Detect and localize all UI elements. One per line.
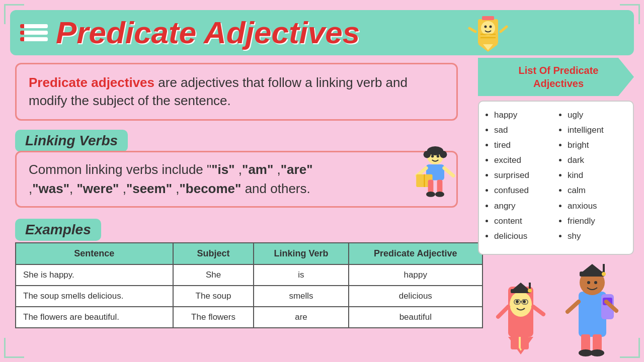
list-column-1: happysadtiredexcitedsurprisedconfusedang… [485,110,553,246]
svg-point-38 [528,289,532,293]
page-title: Predicate Adjectives [56,17,360,48]
list-title-line1: List Of Predicate [519,65,599,76]
table-header-linking-verb: Linking Verb [254,243,348,264]
svg-point-1 [481,21,495,35]
list-item: kind [568,170,627,181]
svg-rect-55 [581,334,590,352]
svg-rect-42 [521,334,529,349]
list-item: happy [494,110,553,121]
svg-point-29 [510,292,532,317]
list-item: angry [494,201,553,212]
list-item: content [494,216,553,227]
adjectives-list-col1: happysadtiredexcitedsurprisedconfusedang… [485,110,553,242]
list-item: intelligent [568,125,627,136]
list-item: bright [568,140,627,151]
svg-marker-46 [580,264,605,274]
svg-point-2 [485,26,487,28]
graduation-characters [493,256,634,357]
header-banner: Predicate Adjectives [10,10,634,55]
table-cell: delicious [349,286,482,307]
svg-point-14 [440,151,447,158]
table-cell: The flowers [173,307,254,328]
list-item: delicious [494,231,553,242]
list-item: confused [494,185,553,196]
svg-point-16 [437,155,439,157]
list-box: happysadtiredexcitedsurprisedconfusedang… [478,101,634,255]
svg-rect-56 [593,334,602,352]
svg-rect-4 [482,16,494,20]
list-column-2: uglyintelligentbrightdarkkindcalmanxious… [558,110,627,246]
table-cell: She is happy. [16,264,173,286]
list-title-arrow: List Of Predicate Adjectives [478,58,634,96]
adjectives-list-col2: uglyintelligentbrightdarkkindcalmanxious… [558,110,627,242]
linking-verbs-text: Common linking verbs include ""is" ,"am"… [29,160,444,198]
list-item: surprised [494,170,553,181]
examples-table: Sentence Subject Linking Verb Predicate … [15,242,483,328]
table-cell: The soup [173,286,254,307]
svg-point-3 [490,26,492,28]
svg-line-19 [444,168,453,175]
list-item: ugly [568,110,627,121]
table-cell: happy [349,264,482,286]
list-item: calm [568,185,627,196]
table-cell: are [254,307,348,328]
list-item: shy [568,231,627,242]
table-cell: smells [254,286,348,307]
svg-point-24 [426,192,435,197]
table-cell: beautiful [349,307,482,328]
table-header-subject: Subject [173,243,254,264]
table-cell: is [254,264,348,286]
svg-rect-23 [437,180,443,194]
table-header-predicate-adjective: Predicate Adjective [349,243,482,264]
svg-line-10 [501,27,507,32]
svg-rect-22 [428,180,434,194]
svg-line-9 [469,28,475,32]
linking-verbs-label: Linking Verbs [15,130,128,152]
reading-boy-character [413,146,458,211]
list-item: excited [494,155,553,166]
svg-line-53 [568,302,579,312]
table-cell: The soup smells delicious. [16,286,173,307]
svg-point-58 [590,349,604,356]
svg-point-49 [587,281,590,284]
table-header-sentence: Sentence [16,243,173,264]
pencil-mascot [468,9,508,54]
examples-label: Examples [15,219,101,241]
svg-point-31 [523,300,526,303]
svg-point-30 [516,300,519,303]
svg-point-15 [431,155,434,157]
svg-point-13 [424,151,431,158]
list-item: sad [494,125,553,136]
table-cell: She [173,264,254,286]
svg-rect-41 [511,334,519,349]
svg-line-39 [498,307,508,317]
list-item: friendly [568,216,627,227]
list-title: List Of Predicate Adjectives [503,64,614,90]
list-item: dark [568,155,627,166]
list-title-line2: Adjectives [533,78,584,89]
linking-verbs-box: Common linking verbs include ""is" ,"am"… [15,151,458,208]
definition-text: Predicate adjectives are adjectives that… [29,73,444,110]
definition-highlight: Predicate adjectives [29,75,154,90]
table-cell: The flowers are beautiful. [16,307,173,328]
svg-point-25 [435,192,444,197]
svg-point-48 [602,272,606,276]
list-item: tired [494,140,553,151]
svg-point-50 [594,281,597,284]
list-item: anxious [568,201,627,212]
corner-decoration-bl [4,338,24,358]
hamburger-icon [20,24,48,41]
definition-box: Predicate adjectives are adjectives that… [15,63,458,121]
svg-line-40 [533,307,543,314]
